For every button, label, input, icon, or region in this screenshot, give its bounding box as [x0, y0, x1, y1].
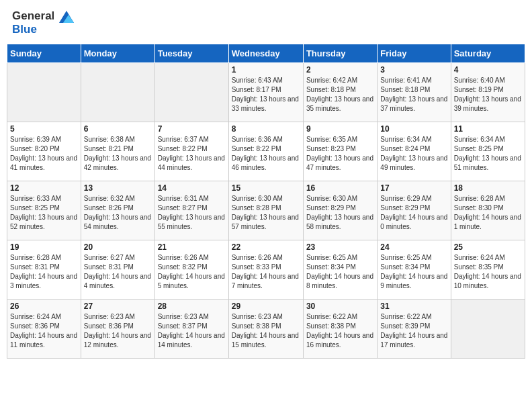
day-number: 25 [454, 242, 522, 252]
calendar-header-row: SundayMondayTuesdayWednesdayThursdayFrid… [7, 44, 525, 63]
day-number: 14 [158, 183, 226, 193]
day-detail: Sunrise: 6:37 AM Sunset: 8:22 PM Dayligh… [158, 135, 226, 173]
calendar-cell: 15Sunrise: 6:30 AM Sunset: 8:28 PM Dayli… [228, 181, 303, 240]
calendar-cell [81, 63, 154, 122]
weekday-header-thursday: Thursday [303, 44, 377, 63]
calendar-week-row: 5Sunrise: 6:39 AM Sunset: 8:20 PM Daylig… [7, 122, 525, 181]
logo-icon [59, 11, 74, 23]
calendar-cell: 5Sunrise: 6:39 AM Sunset: 8:20 PM Daylig… [7, 122, 81, 181]
day-detail: Sunrise: 6:26 AM Sunset: 8:33 PM Dayligh… [232, 253, 300, 291]
day-detail: Sunrise: 6:34 AM Sunset: 8:24 PM Dayligh… [380, 135, 447, 173]
day-number: 24 [380, 242, 447, 252]
day-number: 2 [306, 65, 374, 75]
logo: General Blue [12, 9, 74, 36]
day-number: 1 [232, 65, 300, 75]
day-number: 21 [158, 242, 226, 252]
day-detail: Sunrise: 6:26 AM Sunset: 8:32 PM Dayligh… [158, 253, 226, 291]
day-number: 16 [306, 183, 374, 193]
day-detail: Sunrise: 6:28 AM Sunset: 8:30 PM Dayligh… [454, 194, 522, 232]
calendar-cell: 22Sunrise: 6:26 AM Sunset: 8:33 PM Dayli… [228, 240, 303, 300]
calendar-cell: 10Sunrise: 6:34 AM Sunset: 8:24 PM Dayli… [378, 122, 451, 181]
calendar-cell: 1Sunrise: 6:43 AM Sunset: 8:17 PM Daylig… [228, 63, 303, 122]
weekday-header-sunday: Sunday [7, 44, 81, 63]
day-detail: Sunrise: 6:25 AM Sunset: 8:34 PM Dayligh… [306, 253, 374, 291]
day-detail: Sunrise: 6:31 AM Sunset: 8:27 PM Dayligh… [158, 194, 226, 232]
day-number: 15 [232, 183, 300, 193]
calendar-cell: 17Sunrise: 6:29 AM Sunset: 8:29 PM Dayli… [378, 181, 451, 240]
day-number: 30 [306, 302, 374, 311]
weekday-header-tuesday: Tuesday [154, 44, 228, 63]
day-detail: Sunrise: 6:22 AM Sunset: 8:38 PM Dayligh… [306, 312, 374, 350]
calendar-cell: 29Sunrise: 6:23 AM Sunset: 8:38 PM Dayli… [228, 300, 303, 359]
calendar-cell: 4Sunrise: 6:40 AM Sunset: 8:19 PM Daylig… [451, 63, 525, 122]
day-number: 28 [158, 302, 226, 311]
day-number: 22 [232, 242, 300, 252]
calendar-cell: 31Sunrise: 6:22 AM Sunset: 8:39 PM Dayli… [378, 300, 451, 359]
day-detail: Sunrise: 6:24 AM Sunset: 8:36 PM Dayligh… [10, 312, 78, 350]
day-number: 13 [84, 183, 152, 193]
weekday-header-friday: Friday [378, 44, 451, 63]
day-number: 29 [232, 302, 300, 311]
calendar-cell: 2Sunrise: 6:42 AM Sunset: 8:18 PM Daylig… [303, 63, 377, 122]
calendar-cell: 14Sunrise: 6:31 AM Sunset: 8:27 PM Dayli… [154, 181, 228, 240]
logo-general: General [12, 9, 74, 23]
day-detail: Sunrise: 6:43 AM Sunset: 8:17 PM Dayligh… [232, 76, 300, 113]
day-detail: Sunrise: 6:34 AM Sunset: 8:25 PM Dayligh… [454, 135, 522, 173]
day-number: 6 [84, 124, 152, 134]
weekday-header-monday: Monday [81, 44, 154, 63]
day-detail: Sunrise: 6:30 AM Sunset: 8:29 PM Dayligh… [306, 194, 374, 232]
calendar-week-row: 12Sunrise: 6:33 AM Sunset: 8:25 PM Dayli… [7, 181, 525, 240]
weekday-header-wednesday: Wednesday [228, 44, 303, 63]
calendar-week-row: 26Sunrise: 6:24 AM Sunset: 8:36 PM Dayli… [7, 300, 525, 359]
calendar-table: SundayMondayTuesdayWednesdayThursdayFrid… [7, 44, 525, 359]
calendar-cell: 8Sunrise: 6:36 AM Sunset: 8:22 PM Daylig… [228, 122, 303, 181]
calendar-cell: 11Sunrise: 6:34 AM Sunset: 8:25 PM Dayli… [451, 122, 525, 181]
day-detail: Sunrise: 6:23 AM Sunset: 8:37 PM Dayligh… [158, 312, 226, 350]
calendar-cell: 16Sunrise: 6:30 AM Sunset: 8:29 PM Dayli… [303, 181, 377, 240]
day-number: 11 [454, 124, 522, 134]
day-detail: Sunrise: 6:42 AM Sunset: 8:18 PM Dayligh… [306, 76, 374, 113]
day-number: 10 [380, 124, 447, 134]
day-detail: Sunrise: 6:29 AM Sunset: 8:29 PM Dayligh… [380, 194, 447, 232]
day-detail: Sunrise: 6:40 AM Sunset: 8:19 PM Dayligh… [454, 76, 522, 113]
calendar-body: 1Sunrise: 6:43 AM Sunset: 8:17 PM Daylig… [7, 63, 525, 359]
day-detail: Sunrise: 6:22 AM Sunset: 8:39 PM Dayligh… [380, 312, 447, 350]
calendar-cell [451, 300, 525, 359]
calendar-cell: 12Sunrise: 6:33 AM Sunset: 8:25 PM Dayli… [7, 181, 81, 240]
calendar-cell: 19Sunrise: 6:28 AM Sunset: 8:31 PM Dayli… [7, 240, 81, 300]
day-detail: Sunrise: 6:28 AM Sunset: 8:31 PM Dayligh… [10, 253, 78, 291]
day-number: 9 [306, 124, 374, 134]
calendar-cell: 13Sunrise: 6:32 AM Sunset: 8:26 PM Dayli… [81, 181, 154, 240]
logo-blue: Blue [12, 23, 74, 36]
calendar-cell: 7Sunrise: 6:37 AM Sunset: 8:22 PM Daylig… [154, 122, 228, 181]
day-number: 5 [10, 124, 78, 134]
calendar-cell: 20Sunrise: 6:27 AM Sunset: 8:31 PM Dayli… [81, 240, 154, 300]
calendar-cell: 6Sunrise: 6:38 AM Sunset: 8:21 PM Daylig… [81, 122, 154, 181]
calendar-cell: 30Sunrise: 6:22 AM Sunset: 8:38 PM Dayli… [303, 300, 377, 359]
calendar-week-row: 19Sunrise: 6:28 AM Sunset: 8:31 PM Dayli… [7, 240, 525, 300]
day-detail: Sunrise: 6:23 AM Sunset: 8:38 PM Dayligh… [232, 312, 300, 350]
calendar-cell: 24Sunrise: 6:25 AM Sunset: 8:34 PM Dayli… [378, 240, 451, 300]
day-detail: Sunrise: 6:36 AM Sunset: 8:22 PM Dayligh… [232, 135, 300, 173]
day-detail: Sunrise: 6:24 AM Sunset: 8:35 PM Dayligh… [454, 253, 522, 291]
weekday-header-saturday: Saturday [451, 44, 525, 63]
day-number: 20 [84, 242, 152, 252]
day-number: 23 [306, 242, 374, 252]
day-number: 17 [380, 183, 447, 193]
calendar-cell: 25Sunrise: 6:24 AM Sunset: 8:35 PM Dayli… [451, 240, 525, 300]
day-detail: Sunrise: 6:32 AM Sunset: 8:26 PM Dayligh… [84, 194, 152, 232]
calendar-cell: 27Sunrise: 6:23 AM Sunset: 8:36 PM Dayli… [81, 300, 154, 359]
calendar-cell: 26Sunrise: 6:24 AM Sunset: 8:36 PM Dayli… [7, 300, 81, 359]
calendar-cell: 21Sunrise: 6:26 AM Sunset: 8:32 PM Dayli… [154, 240, 228, 300]
day-number: 19 [10, 242, 78, 252]
day-number: 3 [380, 65, 447, 75]
day-detail: Sunrise: 6:33 AM Sunset: 8:25 PM Dayligh… [10, 194, 78, 232]
day-number: 27 [84, 302, 152, 311]
day-number: 26 [10, 302, 78, 311]
day-detail: Sunrise: 6:41 AM Sunset: 8:18 PM Dayligh… [380, 76, 447, 113]
calendar-cell: 3Sunrise: 6:41 AM Sunset: 8:18 PM Daylig… [378, 63, 451, 122]
calendar-cell: 23Sunrise: 6:25 AM Sunset: 8:34 PM Dayli… [303, 240, 377, 300]
day-detail: Sunrise: 6:39 AM Sunset: 8:20 PM Dayligh… [10, 135, 78, 173]
calendar-cell [154, 63, 228, 122]
day-number: 31 [380, 302, 447, 311]
